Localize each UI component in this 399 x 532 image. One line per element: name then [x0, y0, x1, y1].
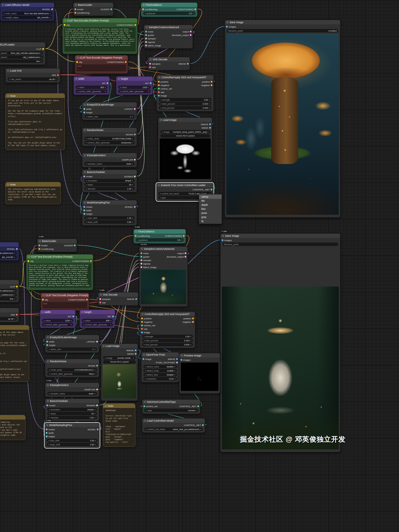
node-random-noise-1[interactable]: RandomNoiseNOISEnoise_seed10785473361203… [82, 127, 137, 146]
node-note-2[interactable]: NoteThe reference sampling implementatio… [5, 182, 61, 204]
dropdown-item-blur[interactable]: blur [199, 207, 222, 211]
input-slot-dot[interactable] [181, 359, 182, 361]
widget-value[interactable]: value800 [82, 319, 113, 322]
node-controlnet-apply-1[interactable]: ControlNetApply SD3 and HunyuanDiTpositi… [156, 75, 214, 112]
node-clip-negative-2[interactable]: CLIP Text Encode (Negative Prompt)clipCO… [41, 293, 89, 311]
node-header[interactable]: InstantX Flux Union ControlNet Loader [156, 183, 214, 187]
node-header[interactable]: ModelSamplingFlux [82, 200, 137, 205]
collapse-icon[interactable] [118, 78, 120, 80]
collapse-icon[interactable] [146, 26, 147, 28]
widget-clip_name1[interactable]: clip_name1t5xxl_fp8_e4m3fn.safetensors [0, 51, 43, 55]
input-slot-dot[interactable] [158, 95, 160, 96]
node-header[interactable]: Load Image [101, 344, 138, 348]
output-slot-dot[interactable] [96, 389, 98, 390]
output-slot-dot[interactable] [211, 84, 212, 86]
input-slot-dot[interactable] [83, 108, 85, 110]
collapse-icon[interactable] [158, 184, 160, 186]
output-slot-dot[interactable] [185, 252, 186, 254]
node-header[interactable]: RandomNoise [82, 128, 137, 132]
node-save-image-2[interactable]: 0.56sSave Imageimagesfilename_prefix [220, 233, 340, 452]
node-header[interactable]: DualCLIPLoader [0, 42, 45, 47]
input-slot-dot[interactable] [39, 245, 40, 246]
input-slot-dot[interactable] [145, 34, 147, 36]
widget-detect_face[interactable]: detect_facedisable [143, 373, 177, 376]
collapse-icon[interactable] [144, 401, 146, 403]
output-slot-dot[interactable] [134, 206, 136, 208]
node-header[interactable]: BasicGuider [73, 3, 113, 7]
node-header[interactable]: SamplerCustomAdvanced [144, 25, 193, 29]
node-sampler-custom-advanced-2[interactable]: 19.67sSamplerCustomAdvancednoiseoutputgu… [139, 246, 188, 307]
node-openpose-pose[interactable]: OpenPose PoseimageIMAGEPOSE_KEYPOINTdete… [141, 352, 179, 382]
output-slot-dot[interactable] [135, 353, 136, 355]
output-slot-dot[interactable] [134, 108, 136, 110]
collapse-icon[interactable] [75, 4, 77, 6]
collapse-icon[interactable] [141, 248, 143, 250]
node-header[interactable]: KSamplerSelect [45, 383, 99, 387]
collapse-icon[interactable] [84, 202, 86, 203]
upload-button[interactable]: choose file to upload [160, 134, 210, 138]
widget-steps[interactable]: steps28 [47, 412, 97, 415]
collapse-icon[interactable] [142, 313, 143, 315]
output-slot-dot[interactable] [192, 318, 194, 319]
output-slot-dot[interactable] [134, 134, 136, 135]
node-flux-guidance-2[interactable]: 0.00sFluxGuidanceconditioningCONDITIONIN… [133, 229, 186, 244]
output-slot-dot[interactable] [96, 341, 98, 342]
widget-strength[interactable]: strength0.60 [159, 98, 212, 101]
node-note-1[interactable]: NoteIf you get an error in any of the no… [5, 93, 65, 150]
node-width-1[interactable]: widthINTvalue800control_after_generate. [73, 76, 110, 95]
node-note-3[interactable]: NoteIf you get an error in any of the no… [0, 325, 29, 382]
widget-image[interactable]: imagewoman-medit... [103, 356, 136, 360]
input-slot-dot[interactable] [226, 26, 228, 28]
output-slot-dot[interactable] [209, 127, 211, 129]
collapse-icon[interactable] [46, 424, 48, 426]
collapse-icon[interactable] [47, 360, 49, 362]
input-slot-dot[interactable] [64, 24, 65, 26]
input-slot-dot[interactable] [46, 344, 48, 346]
node-header[interactable]: Note [6, 182, 61, 187]
node-header[interactable]: Load VAE [0, 308, 19, 312]
output-slot-dot[interactable] [86, 299, 88, 300]
prompt-textarea[interactable]: text [43, 302, 87, 308]
collapse-icon[interactable] [47, 336, 49, 338]
output-slot-dot[interactable] [51, 8, 53, 10]
node-basic-guider-1[interactable]: BasicGuidermodelGUIDERconditioning [73, 2, 114, 16]
output-slot-dot[interactable] [176, 362, 178, 363]
input-slot-dot[interactable] [141, 321, 143, 323]
widget-end_percent[interactable]: end_percent0.600 [142, 343, 193, 346]
widget-clip_name2[interactable]: clip_name2clip_l.safetensors [0, 55, 43, 59]
output-slot-dot[interactable] [16, 286, 18, 287]
node-header[interactable]: FluxGuidance [134, 229, 186, 234]
prompt-textarea[interactable]: Envision a mystical scene where a fungal… [28, 263, 91, 288]
note-text[interactable]: IMPORTANT: Correct controlnet type to se… [105, 409, 133, 444]
node-header[interactable]: height [116, 76, 153, 81]
widget-weight_dtype[interactable]: weight_dtypefp8_e4m3fn [2, 16, 52, 19]
input-slot-dot[interactable] [42, 299, 44, 300]
node-load-diffusion-model-1[interactable]: Load Diffusion ModelMODELunet_nameflux1-… [0, 2, 54, 21]
widget-base_shift[interactable]: base_shift0.50 [84, 220, 135, 224]
collapse-icon[interactable] [77, 57, 79, 59]
output-slot-dot[interactable] [183, 235, 185, 237]
output-slot-dot[interactable] [134, 176, 136, 177]
input-slot-dot[interactable] [135, 235, 136, 237]
input-slot-dot[interactable] [141, 331, 143, 333]
node-empty-sd3-latent-1[interactable]: EmptySD3LatentImagewidthLATENTheightbatc… [82, 102, 137, 120]
node-header[interactable]: VAE Decode [98, 292, 138, 297]
node-header[interactable]: EmptySD3LatentImage [82, 102, 137, 107]
node-header[interactable]: ControlNetApply SD3 and HunyuanDiT [140, 312, 195, 316]
widget-resolution[interactable]: resolution1216 [143, 377, 177, 380]
widget-vae_name[interactable]: vae_nameae.sft [8, 77, 58, 81]
input-slot-dot[interactable] [149, 63, 151, 65]
node-clip-positive-2[interactable]: CLIP Text Encode (Positive Prompt)clipCO… [26, 254, 93, 290]
output-slot-dot[interactable] [192, 321, 194, 323]
collapse-icon[interactable] [75, 78, 77, 80]
node-clip-negative-1[interactable]: CLIP Text Encode (Negative Prompt)clipCO… [75, 55, 128, 74]
output-slot-dot[interactable] [57, 74, 59, 76]
output-slot-dot[interactable] [194, 8, 196, 10]
input-slot-dot[interactable] [83, 206, 85, 208]
widget-control_after_generate[interactable]: control_after_generaterandomize [84, 141, 135, 144]
node-header[interactable]: ControlNetApply SD3 and HunyuanDiT [157, 75, 214, 79]
node-ksampler-select-2[interactable]: 0.00sKSamplerSelectSAMPLERsampler_nameeu… [45, 382, 99, 397]
output-slot-dot[interactable] [211, 189, 212, 190]
widget-noise_seed[interactable]: noise_seed1747205935923212 [47, 368, 97, 371]
input-slot-dot[interactable] [46, 405, 48, 406]
